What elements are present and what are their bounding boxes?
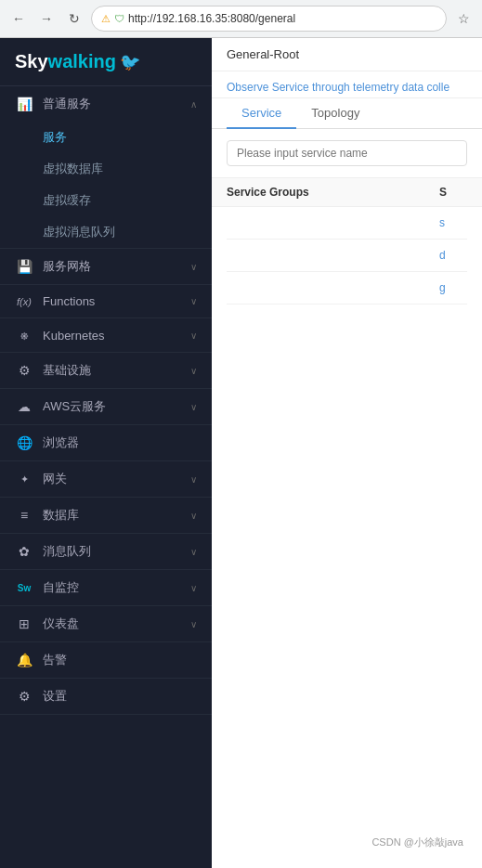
sidebar-item-virtual-db[interactable]: 虚拟数据库 <box>0 153 212 185</box>
sidebar: Skywalking 🐦 📊 普通服务 ∧ 服务 虚拟数据库 虚拟缓存 虚拟消息… <box>0 38 212 868</box>
tabs: Service Topology <box>212 98 482 129</box>
shield-icon: 🛡 <box>114 13 124 24</box>
chevron-down-icon: ∨ <box>190 296 197 306</box>
sidebar-item-dashboard[interactable]: ⊞ 仪表盘 ∨ <box>0 606 212 641</box>
sidebar-section-aws: ☁ AWS云服务 ∨ <box>0 389 212 425</box>
sidebar-item-label: 消息队列 <box>43 543 187 560</box>
address-bar[interactable]: ⚠ 🛡 http://192.168.16.35:8080/general <box>91 6 447 32</box>
chevron-down-icon: ∨ <box>190 619 197 629</box>
col-service-groups: Service Groups <box>227 186 439 199</box>
sidebar-section-self-monitor: Sw 自监控 ∨ <box>0 570 212 606</box>
table-row: g <box>227 272 467 304</box>
sidebar-item-label: 告警 <box>43 652 197 668</box>
logo-bird-icon: 🐦 <box>120 52 140 72</box>
browser-chrome: ← → ↻ ⚠ 🛡 http://192.168.16.35:8080/gene… <box>0 0 482 38</box>
search-input[interactable] <box>227 140 467 166</box>
sidebar-logo: Skywalking 🐦 <box>0 38 212 86</box>
chevron-down-icon: ∨ <box>190 511 197 521</box>
sidebar-item-label: Functions <box>43 294 187 308</box>
globe-icon: 🌐 <box>15 435 33 450</box>
table-rows: s d g <box>212 207 482 304</box>
search-bar <box>212 129 482 178</box>
sidebar-item-label: Kubernetes <box>43 329 187 343</box>
sidebar-item-label: 基础设施 <box>43 362 187 379</box>
chevron-down-icon: ∨ <box>190 330 197 341</box>
content-area: General-Root Observe Service through tel… <box>212 38 482 868</box>
tab-service[interactable]: Service <box>227 98 296 129</box>
sidebar-item-gateway[interactable]: ✦ 网关 ∨ <box>0 461 212 497</box>
sidebar-item-label: 设置 <box>43 688 197 705</box>
forward-button[interactable]: → <box>35 7 58 30</box>
sidebar-item-infrastructure[interactable]: ⚙ 基础设施 ∨ <box>0 353 212 388</box>
back-button[interactable]: ← <box>7 7 30 30</box>
star-button[interactable]: ☆ <box>452 7 475 30</box>
sidebar-item-aws[interactable]: ☁ AWS云服务 ∨ <box>0 389 212 424</box>
sidebar-item-label: 普通服务 <box>43 96 187 112</box>
sidebar-section-alert: 🔔 告警 <box>0 642 212 679</box>
sidebar-item-database[interactable]: ≡ 数据库 ∨ <box>0 498 212 533</box>
kubernetes-icon: ⎈ <box>15 328 33 343</box>
row-link[interactable]: s <box>439 216 467 229</box>
sidebar-section-gateway: ✦ 网关 ∨ <box>0 461 212 498</box>
settings-icon: ⚙ <box>15 689 33 704</box>
cloud-icon: ☁ <box>15 399 33 414</box>
tab-topology[interactable]: Topology <box>296 98 374 129</box>
sidebar-item-mq[interactable]: ✿ 消息队列 ∨ <box>0 534 212 569</box>
chevron-down-icon: ∨ <box>190 547 197 557</box>
sidebar-section-mq: ✿ 消息队列 ∨ <box>0 534 212 570</box>
sidebar-item-label: 自监控 <box>43 579 187 596</box>
sidebar-section-functions: f(x) Functions ∨ <box>0 285 212 318</box>
gateway-icon: ✦ <box>15 473 33 486</box>
alert-icon: 🔔 <box>15 653 33 667</box>
sidebar-item-label: 网关 <box>43 471 187 487</box>
observe-text: Observe Service through telemetry data c… <box>212 71 482 98</box>
sidebar-item-label: AWS云服务 <box>43 398 187 415</box>
chevron-down-icon: ∨ <box>190 402 197 412</box>
table-row: d <box>227 240 467 272</box>
warn-icon: ⚠ <box>101 13 111 25</box>
sidebar-item-service-mesh[interactable]: 💾 服务网格 ∨ <box>0 249 212 284</box>
logo-text: Skywalking <box>15 51 116 72</box>
sidebar-section-database: ≡ 数据库 ∨ <box>0 498 212 534</box>
browser-toolbar: ← → ↻ ⚠ 🛡 http://192.168.16.35:8080/gene… <box>0 0 482 37</box>
address-text: http://192.168.16.35:8080/general <box>128 12 295 25</box>
sidebar-item-label: 仪表盘 <box>43 615 187 632</box>
sidebar-item-normal-service[interactable]: 📊 普通服务 ∧ <box>0 86 212 122</box>
sidebar-item-label: 浏览器 <box>43 434 197 451</box>
self-monitor-icon: Sw <box>15 583 33 593</box>
normal-service-icon: 📊 <box>15 97 33 111</box>
sidebar-section-kubernetes: ⎈ Kubernetes ∨ <box>0 318 212 353</box>
sidebar-item-kubernetes[interactable]: ⎈ Kubernetes ∨ <box>0 318 212 352</box>
sidebar-section-settings: ⚙ 设置 <box>0 679 212 715</box>
chevron-down-icon: ∨ <box>190 262 197 272</box>
table-header: Service Groups S <box>212 178 482 207</box>
sidebar-item-alert[interactable]: 🔔 告警 <box>0 642 212 678</box>
row-link[interactable]: d <box>439 249 467 262</box>
chevron-down-icon: ∨ <box>190 474 197 485</box>
main-layout: Skywalking 🐦 📊 普通服务 ∧ 服务 虚拟数据库 虚拟缓存 虚拟消息… <box>0 38 482 868</box>
breadcrumb: General-Root <box>212 38 482 71</box>
sidebar-item-service[interactable]: 服务 <box>0 122 212 153</box>
sidebar-section-normal-service: 📊 普通服务 ∧ 服务 虚拟数据库 虚拟缓存 虚拟消息队列 <box>0 86 212 249</box>
table-row: s <box>227 207 467 240</box>
chevron-down-icon: ∨ <box>190 583 197 593</box>
database-icon: ≡ <box>15 508 33 523</box>
sidebar-section-browser: 🌐 浏览器 <box>0 425 212 461</box>
sidebar-item-functions[interactable]: f(x) Functions ∨ <box>0 285 212 317</box>
sidebar-item-self-monitor[interactable]: Sw 自监控 ∨ <box>0 570 212 605</box>
sidebar-item-label: 数据库 <box>43 507 187 524</box>
sidebar-item-settings[interactable]: ⚙ 设置 <box>0 679 212 714</box>
watermark: CSDN @小徐敲java <box>371 836 463 849</box>
col-s: S <box>439 186 467 199</box>
chevron-down-icon: ∨ <box>190 366 197 376</box>
sidebar-item-virtual-cache[interactable]: 虚拟缓存 <box>0 185 212 216</box>
sidebar-item-browser[interactable]: 🌐 浏览器 <box>0 425 212 460</box>
functions-icon: f(x) <box>15 296 33 307</box>
row-link[interactable]: g <box>439 281 467 294</box>
sidebar-section-dashboard: ⊞ 仪表盘 ∨ <box>0 606 212 642</box>
sidebar-section-infrastructure: ⚙ 基础设施 ∨ <box>0 353 212 389</box>
sidebar-item-virtual-mq[interactable]: 虚拟消息队列 <box>0 216 212 248</box>
service-mesh-icon: 💾 <box>15 259 33 274</box>
reload-button[interactable]: ↻ <box>63 7 85 30</box>
sidebar-item-label: 服务网格 <box>43 258 187 275</box>
